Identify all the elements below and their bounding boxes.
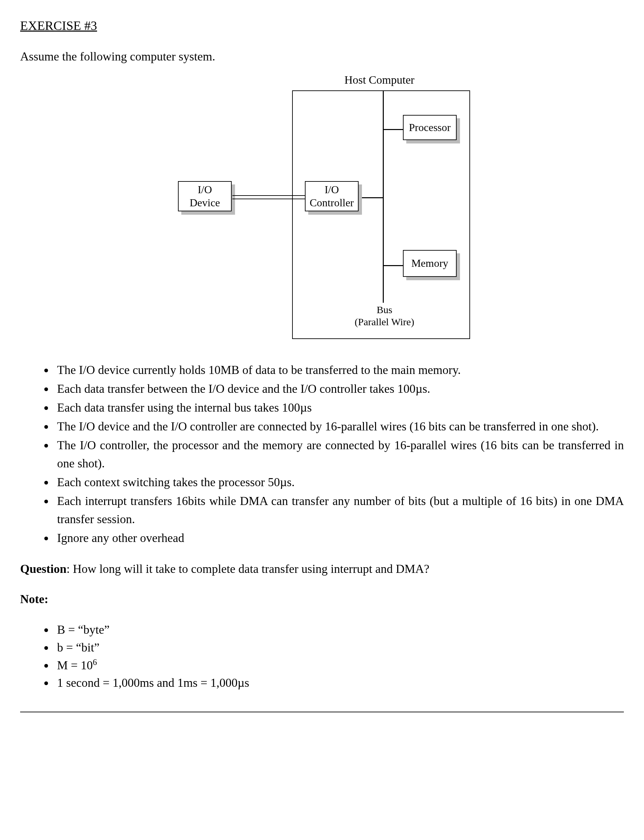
- io-controller-label-1: I/O: [325, 183, 339, 196]
- note-list: B = “byte” b = “bit” M = 106 1 second = …: [20, 621, 624, 692]
- io-device-label-1: I/O: [198, 183, 212, 196]
- spec-item: Each interrupt transfers 16bits while DM…: [54, 492, 624, 528]
- note-m-sup: 6: [93, 657, 97, 667]
- io-controller-label-2: Controller: [310, 196, 354, 209]
- io-controller-box: I/O Controller: [305, 181, 358, 211]
- note-item: M = 106: [54, 656, 624, 674]
- host-computer-label: Host Computer: [329, 72, 430, 88]
- device-controller-wire-bottom: [232, 199, 305, 199]
- bus-label-1: Bus: [342, 304, 426, 316]
- spec-item: The I/O device currently holds 10MB of d…: [54, 361, 624, 379]
- note-item: B = “byte”: [54, 621, 624, 638]
- io-device-label-2: Device: [190, 196, 220, 209]
- intro-text: Assume the following computer system.: [20, 48, 624, 65]
- spec-item: The I/O controller, the processor and th…: [54, 436, 624, 473]
- spec-item: Each data transfer between the I/O devic…: [54, 380, 624, 398]
- spec-item: The I/O device and the I/O controller ar…: [54, 417, 624, 435]
- question-text: : How long will it take to complete data…: [66, 562, 429, 576]
- spec-item: Each data transfer using the internal bu…: [54, 399, 624, 417]
- question: Question: How long will it take to compl…: [20, 560, 624, 577]
- spec-item: Each context switching takes the process…: [54, 473, 624, 491]
- memory-box: Memory: [403, 250, 457, 277]
- memory-label: Memory: [411, 257, 448, 270]
- device-controller-wire-top: [232, 195, 305, 196]
- bus-line: [383, 91, 384, 303]
- note-item: b = “bit”: [54, 639, 624, 656]
- footer-divider: [20, 712, 624, 712]
- bus-label: Bus (Parallel Wire): [342, 304, 426, 328]
- question-label: Question: [20, 562, 66, 576]
- system-diagram: Host Computer Processor I/O Controller I…: [20, 72, 624, 348]
- note-item: 1 second = 1,000ms and 1ms = 1,000µs: [54, 674, 624, 692]
- processor-box: Processor: [403, 115, 457, 140]
- exercise-heading: EXERCISE #3: [20, 17, 624, 35]
- memory-connector: [383, 265, 403, 266]
- spec-item: Ignore any other overhead: [54, 529, 624, 547]
- processor-connector: [383, 129, 403, 130]
- note-m-pre: M = 10: [57, 659, 93, 672]
- processor-label: Processor: [409, 121, 450, 134]
- spec-list: The I/O device currently holds 10MB of d…: [20, 361, 624, 547]
- note-heading: Note:: [20, 591, 624, 608]
- controller-connector: [361, 197, 383, 198]
- bus-label-2: (Parallel Wire): [342, 316, 426, 328]
- io-device-box: I/O Device: [178, 181, 232, 211]
